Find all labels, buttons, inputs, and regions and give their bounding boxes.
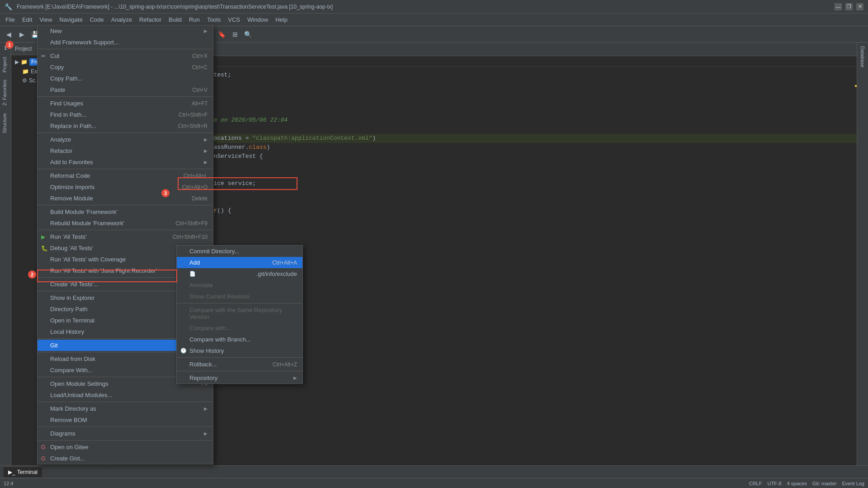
toolbar-bookmark-btn[interactable]: 🔖 xyxy=(216,28,228,40)
ctx-label-cut: Cut xyxy=(50,52,59,59)
ctx-item-reformat[interactable]: Reformat Code Ctrl+Alt+L xyxy=(38,170,213,181)
maximize-button[interactable]: ❐ xyxy=(845,3,853,10)
toolbar-layout-btn[interactable]: ⊞ xyxy=(229,28,241,40)
ctx-item-cut[interactable]: ✂ Cut Ctrl+X xyxy=(38,50,213,62)
bottom-tab-terminal[interactable]: ▶_ Terminal xyxy=(4,467,42,477)
ctx-item-run-tests[interactable]: ▶ Run 'All Tests' Ctrl+Shift+F10 xyxy=(38,231,213,242)
ctx-sep-12 xyxy=(38,402,213,402)
minimize-button[interactable]: — xyxy=(835,3,842,10)
ctx-item-add-to-favorites[interactable]: Add to Favorites ▶ xyxy=(38,156,213,168)
menu-item-code[interactable]: Code xyxy=(86,14,108,25)
ctx-item-create-gist[interactable]: G Create Gist... xyxy=(38,453,213,464)
marker-2: 2 xyxy=(28,270,36,279)
status-encoding[interactable]: UTF-8 xyxy=(767,481,781,486)
toolbar-search-btn[interactable]: 🔍 xyxy=(242,28,254,40)
git-sub-commit-dir[interactable]: Commit Directory... xyxy=(177,246,302,257)
ctx-label-add-framework: Add Framework Support... xyxy=(50,39,119,46)
status-event-log[interactable]: Event Log xyxy=(842,481,864,486)
menu-item-window[interactable]: Window xyxy=(244,14,272,25)
ctx-item-find-in-path[interactable]: Find in Path... Ctrl+Shift+F xyxy=(38,109,213,120)
git-sub-show-history[interactable]: 🕐 Show History xyxy=(177,345,302,356)
status-vcs[interactable]: Git: master xyxy=(812,481,837,486)
ctx-label-load-modules: Load/Unload Modules... xyxy=(50,392,112,398)
git-sub-label-add: Add xyxy=(189,259,200,266)
status-bar-left: 12:4 xyxy=(4,481,13,486)
title-bar-controls[interactable]: — ❐ ✕ xyxy=(835,3,863,10)
ctx-label-refactor: Refactor xyxy=(50,147,72,154)
ctx-item-find-usages[interactable]: Find Usages Alt+F7 xyxy=(38,98,213,109)
ctx-label-copy-path: Copy Path... xyxy=(50,75,83,82)
cut-icon: ✂ xyxy=(41,53,46,59)
toolbar-back-btn[interactable]: ◀ xyxy=(3,28,14,40)
ctx-item-remove-bom[interactable]: Remove BOM xyxy=(38,414,213,426)
toolbar-forward-btn[interactable]: ▶ xyxy=(16,28,28,40)
status-line-ending[interactable]: CRLF xyxy=(749,481,762,486)
ctx-item-copy[interactable]: Copy Ctrl+C xyxy=(38,62,213,73)
project-subfolder-icon: 📁 xyxy=(22,68,29,75)
sidebar-tab-structure[interactable]: Structure xyxy=(0,109,11,137)
ctx-item-build-module[interactable]: Build Module 'Framework' xyxy=(38,206,213,218)
ctx-item-rebuild-module[interactable]: Rebuild Module 'Framework' Ctrl+Shift+F9 xyxy=(38,218,213,229)
ctx-sep-5 xyxy=(38,205,213,205)
ctx-item-refactor[interactable]: Refactor ▶ xyxy=(38,145,213,156)
ctx-label-replace-in-path: Replace in Path... xyxy=(50,123,97,129)
context-menu: New ▶ Add Framework Support... ✂ Cut Ctr… xyxy=(37,25,213,464)
git-sub-label-commit: Commit Directory... xyxy=(189,248,239,255)
code-line: 6 * Created by YongXin Xue on 2020/05/06… xyxy=(111,116,857,125)
menu-item-tools[interactable]: Tools xyxy=(203,14,224,25)
right-sidebar-tab-database[interactable]: Database xyxy=(858,43,867,71)
ctx-item-add-framework[interactable]: Add Framework Support... xyxy=(38,37,213,48)
project-folder-icon: 📁 xyxy=(21,59,28,65)
menu-item-vcs[interactable]: VCS xyxy=(224,14,244,25)
git-sub-show-revision[interactable]: Show Current Revision xyxy=(177,291,302,302)
ctx-item-optimize-imports[interactable]: Optimize Imports Ctrl+Alt+O xyxy=(38,181,213,193)
ctx-item-analyze[interactable]: Analyze ▶ xyxy=(38,134,213,145)
sidebar-tab-project[interactable]: Project xyxy=(0,53,11,76)
menu-item-view[interactable]: View xyxy=(36,14,56,25)
git-sub-add[interactable]: Add Ctrl+Alt+A xyxy=(177,257,302,268)
menu-item-analyze[interactable]: Analyze xyxy=(108,14,136,25)
git-sub-exclude[interactable]: 📄 .git/info/exclude xyxy=(177,268,302,280)
menu-item-edit[interactable]: Edit xyxy=(19,14,36,25)
ctx-item-replace-in-path[interactable]: Replace in Path... Ctrl+Shift+R xyxy=(38,120,213,132)
git-sub-repository[interactable]: Repository ▶ xyxy=(177,372,302,384)
ctx-item-copy-path[interactable]: Copy Path... xyxy=(38,73,213,84)
status-indent[interactable]: 4 spaces xyxy=(787,481,807,486)
git-sub-label-show-revision: Show Current Revision xyxy=(189,293,250,300)
terminal-icon: ▶_ xyxy=(8,469,15,475)
code-line: 3 import ...; xyxy=(111,89,857,98)
git-sub-compare-same[interactable]: Compare with the Same Repository Version xyxy=(177,304,302,322)
menu-item-refactor[interactable]: Refactor xyxy=(136,14,165,25)
menu-item-build[interactable]: Build xyxy=(165,14,185,25)
git-sub-rollback[interactable]: Rollback... Ctrl+Alt+Z xyxy=(177,359,302,370)
ctx-item-open-gitee[interactable]: G Open on Gitee xyxy=(38,441,213,453)
ctx-shortcut-optimize: Ctrl+Alt+O xyxy=(182,184,208,190)
git-sub-compare-with[interactable]: Compare with... xyxy=(177,322,302,334)
code-line: 12 @Autowired xyxy=(111,170,857,179)
ctx-label-git: Git xyxy=(50,342,58,349)
ctx-item-mark-directory[interactable]: Mark Directory as ▶ xyxy=(38,403,213,414)
code-line: 11 xyxy=(111,161,857,170)
git-sub-annotate[interactable]: Annotate xyxy=(177,280,302,291)
ctx-arrow-new: ▶ xyxy=(204,28,208,33)
ctx-item-paste[interactable]: Paste Ctrl+V xyxy=(38,84,213,95)
close-button[interactable]: ✕ xyxy=(856,3,863,10)
ctx-label-debug-tests: Debug 'All Tests' xyxy=(50,245,93,251)
git-sub-compare-branch[interactable]: Compare with Branch... xyxy=(177,334,302,345)
menu-item-run[interactable]: Run xyxy=(185,14,203,25)
ctx-item-new[interactable]: New ▶ xyxy=(38,25,213,37)
gitee-icon: G xyxy=(41,444,45,450)
ctx-label-optimize-imports: Optimize Imports xyxy=(50,184,94,190)
ctx-item-load-modules[interactable]: Load/Unload Modules... xyxy=(38,389,213,401)
sidebar-tab-favorites[interactable]: 2: Favorites xyxy=(0,76,11,109)
ctx-item-remove-module[interactable]: Remove Module Delete xyxy=(38,193,213,204)
ctx-label-directory-path: Directory Path xyxy=(50,306,87,313)
menu-item-file[interactable]: File xyxy=(2,14,19,25)
menu-item-help[interactable]: Help xyxy=(272,14,291,25)
code-line: 1 package com.spring.aop.test; xyxy=(111,71,857,80)
code-line: 16 public void testTransfer() { xyxy=(111,206,857,215)
ctx-item-diagrams[interactable]: Diagrams ▶ xyxy=(38,428,213,439)
ctx-sep-2 xyxy=(38,96,213,97)
menu-item-navigate[interactable]: Navigate xyxy=(56,14,86,25)
ctx-label-copy: Copy xyxy=(50,64,64,71)
